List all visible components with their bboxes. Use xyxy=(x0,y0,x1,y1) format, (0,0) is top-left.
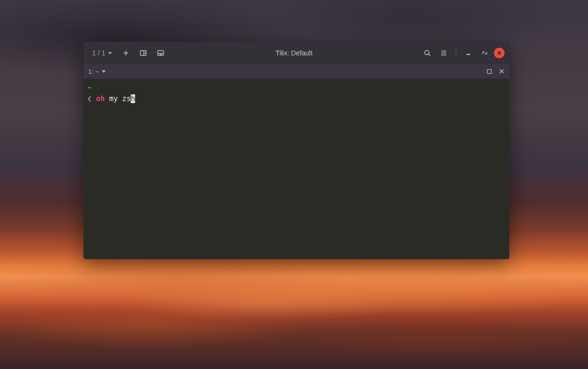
titlebar-right xyxy=(420,46,505,60)
titlebar[interactable]: 1 / 1 xyxy=(83,42,509,64)
terminal-tab-label: 1: ~ xyxy=(88,68,99,75)
maximize-button[interactable] xyxy=(478,46,492,60)
close-icon xyxy=(499,68,505,74)
svg-rect-16 xyxy=(487,69,491,73)
svg-point-8 xyxy=(425,51,429,55)
terminal-cwd-line: ~ xyxy=(87,82,506,93)
search-icon xyxy=(424,49,431,57)
titlebar-left: 1 / 1 xyxy=(88,46,168,60)
cwd-indicator: ~ xyxy=(87,83,92,92)
titlebar-divider xyxy=(456,49,456,57)
split-down-icon xyxy=(157,49,164,57)
tab-maximize-button[interactable] xyxy=(487,69,492,74)
chevron-down-icon xyxy=(108,52,112,54)
close-icon xyxy=(496,50,502,56)
svg-rect-2 xyxy=(140,51,146,55)
terminal-cursor: h xyxy=(131,94,135,103)
window-title: Tilix: Default xyxy=(168,49,420,57)
session-indicator-text: 1 / 1 xyxy=(92,49,105,57)
terminal-tab-selector[interactable]: 1: ~ xyxy=(88,68,106,75)
hamburger-icon xyxy=(440,49,448,57)
terminal-prompt-line: ❮ oh my zsh xyxy=(87,93,506,105)
chevron-down-icon xyxy=(102,70,106,73)
command-first-word: oh xyxy=(96,94,105,103)
command-rest: my zs xyxy=(109,94,131,103)
tab-close-button[interactable] xyxy=(499,68,505,74)
square-icon xyxy=(487,69,492,74)
session-selector[interactable]: 1 / 1 xyxy=(88,47,116,59)
svg-line-9 xyxy=(429,54,431,56)
close-button[interactable] xyxy=(494,48,505,58)
prompt-symbol: ❮ xyxy=(87,94,92,103)
tab-controls xyxy=(487,68,505,74)
plus-icon xyxy=(122,49,130,57)
maximize-icon xyxy=(481,49,489,57)
terminal-content[interactable]: ~ ❮ oh my zsh xyxy=(83,79,509,259)
split-right-button[interactable] xyxy=(136,46,150,60)
search-button[interactable] xyxy=(420,46,435,60)
minimize-button[interactable] xyxy=(461,46,476,60)
tilix-window: 1 / 1 xyxy=(83,42,509,259)
minimize-icon xyxy=(465,49,472,57)
new-session-button[interactable] xyxy=(119,46,133,60)
terminal-tabbar: 1: ~ xyxy=(83,64,509,79)
split-down-button[interactable] xyxy=(153,46,168,60)
menu-button[interactable] xyxy=(437,46,451,60)
split-right-icon xyxy=(139,49,147,57)
